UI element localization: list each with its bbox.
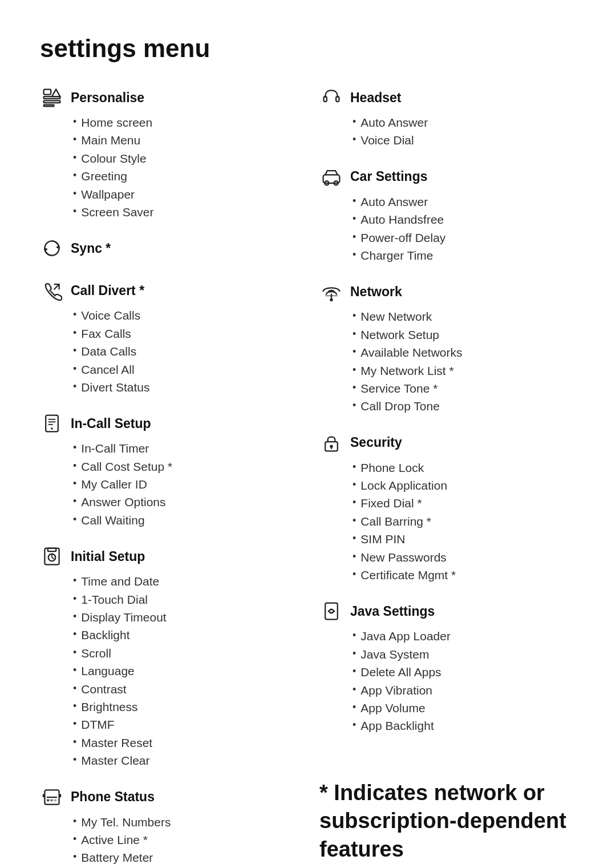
list-item: App Volume [352, 700, 576, 716]
list-item: Wallpaper [73, 186, 297, 203]
section-header-in-call-setup: In-Call Setup [40, 411, 297, 435]
svg-point-31 [330, 298, 333, 301]
svg-rect-0 [44, 90, 51, 95]
left-column: PersonaliseHome screenMain MenuColour St… [40, 86, 297, 868]
list-item: Certificate Mgmt * [352, 567, 576, 583]
list-item: Auto Answer [352, 193, 576, 210]
list-item: Charger Time [352, 247, 576, 264]
svg-line-8 [54, 285, 59, 290]
sync-icon [40, 236, 64, 260]
svg-rect-15 [48, 548, 56, 551]
list-item: Fixed Dial * [352, 495, 576, 511]
list-item: My Caller ID [73, 476, 297, 492]
network-icon [319, 280, 343, 304]
section-network: NetworkNew NetworkNetwork SetupAvailable… [319, 280, 576, 414]
section-title-headset: Headset [350, 90, 401, 106]
list-item: Voice Calls [73, 307, 297, 324]
section-items-network: New NetworkNetwork SetupAvailable Networ… [352, 308, 576, 414]
list-item: Auto Answer [352, 114, 576, 131]
list-item: Available Networks [352, 344, 576, 361]
section-header-java-settings: Java Settings [319, 599, 576, 623]
list-item: Contrast [73, 681, 297, 697]
section-title-personalise: Personalise [71, 90, 144, 106]
svg-rect-20 [43, 794, 45, 797]
svg-marker-4 [52, 90, 60, 97]
section-title-call-divert: Call Divert * [71, 283, 144, 298]
list-item: Colour Style [73, 150, 297, 167]
page: settings menu PersonaliseHome screenMain… [0, 0, 616, 868]
svg-point-10 [51, 427, 53, 430]
svg-rect-23 [47, 799, 50, 801]
phone-status-icon [40, 785, 64, 809]
list-item: Master Reset [73, 734, 297, 751]
list-item: Divert Status [73, 379, 297, 395]
headset-icon [319, 86, 343, 110]
section-items-initial-setup: Time and Date1-Touch DialDisplay Timeout… [73, 573, 297, 769]
section-header-network: Network [319, 280, 576, 304]
section-items-security: Phone LockLock ApplicationFixed Dial *Ca… [352, 459, 576, 584]
svg-marker-6 [56, 245, 59, 249]
list-item: Data Calls [73, 343, 297, 360]
list-item: Backlight [73, 627, 297, 643]
list-item: Call Waiting [73, 512, 297, 528]
section-items-in-call-setup: In-Call TimerCall Cost Setup *My Caller … [73, 440, 297, 528]
list-item: Active Line * [73, 831, 297, 848]
call-divert-icon [40, 278, 64, 302]
list-item: App Backlight [352, 717, 576, 734]
section-title-sync: Sync * [71, 241, 111, 256]
list-item: My Network List * [352, 362, 576, 379]
in-call-setup-icon [40, 411, 64, 435]
list-item: Network Setup [352, 326, 576, 343]
list-item: Service Tone * [352, 380, 576, 397]
section-header-security: Security [319, 431, 576, 455]
svg-line-18 [52, 558, 54, 559]
list-item: Call Cost Setup * [73, 458, 297, 475]
list-item: Answer Options [73, 494, 297, 510]
section-header-sync: Sync * [40, 236, 297, 260]
section-title-initial-setup: Initial Setup [71, 549, 145, 564]
section-call-divert: Call Divert *Voice CallsFax CallsData Ca… [40, 278, 297, 395]
list-item: Java App Loader [352, 628, 576, 644]
section-title-phone-status: Phone Status [71, 789, 155, 805]
section-header-initial-setup: Initial Setup [40, 544, 297, 568]
svg-rect-25 [54, 799, 57, 801]
list-item: Scroll [73, 645, 297, 661]
list-item: Master Clear [73, 752, 297, 769]
svg-rect-2 [44, 100, 60, 103]
list-item: Main Menu [73, 132, 297, 148]
list-item: Call Drop Tone [352, 398, 576, 414]
list-item: Time and Date [73, 573, 297, 590]
section-title-security: Security [350, 435, 402, 450]
list-item: Fax Calls [73, 325, 297, 342]
list-item: App Vibration [352, 682, 576, 699]
section-initial-setup: Initial SetupTime and Date1-Touch DialDi… [40, 544, 297, 769]
section-header-headset: Headset [319, 86, 576, 110]
list-item: Language [73, 663, 297, 679]
list-item: New Passwords [352, 549, 576, 566]
personalise-icon [40, 86, 64, 110]
section-title-java-settings: Java Settings [350, 604, 435, 619]
section-title-car-settings: Car Settings [350, 169, 427, 184]
section-title-in-call-setup: In-Call Setup [71, 416, 151, 431]
list-item: Auto Handsfree [352, 211, 576, 228]
list-item: DTMF [73, 716, 297, 733]
list-item: Display Timeout [73, 609, 297, 625]
section-personalise: PersonaliseHome screenMain MenuColour St… [40, 86, 297, 220]
section-header-phone-status: Phone Status [40, 785, 297, 809]
list-item: Lock Application [352, 477, 576, 494]
right-column: HeadsetAuto AnswerVoice DialCar Settings… [319, 86, 576, 868]
svg-rect-3 [44, 105, 54, 107]
car-settings-icon [319, 165, 343, 189]
footnote-box: * Indicates network or subscription-depe… [319, 768, 576, 863]
svg-rect-24 [50, 799, 53, 801]
list-item: Java System [352, 646, 576, 663]
list-item: Home screen [73, 114, 297, 131]
section-items-personalise: Home screenMain MenuColour StyleGreeting… [73, 114, 297, 220]
list-item: Delete All Apps [352, 664, 576, 680]
list-item: My Tel. Numbers [73, 814, 297, 830]
content-area: PersonaliseHome screenMain MenuColour St… [40, 86, 576, 868]
list-item: Voice Dial [352, 132, 576, 148]
list-item: Screen Saver [73, 204, 297, 220]
section-java-settings: Java SettingsJava App LoaderJava SystemD… [319, 599, 576, 734]
section-header-call-divert: Call Divert * [40, 278, 297, 302]
